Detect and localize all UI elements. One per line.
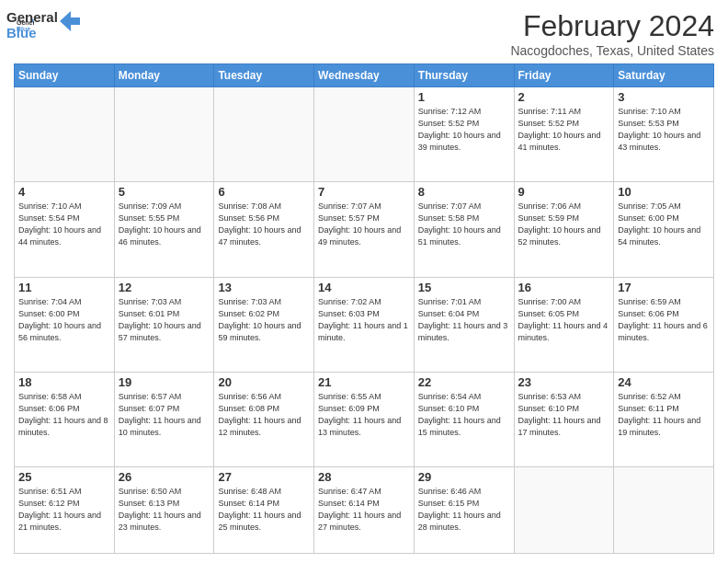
- table-row: 1Sunrise: 7:12 AM Sunset: 5:52 PM Daylig…: [414, 87, 514, 182]
- col-wednesday: Wednesday: [314, 64, 415, 87]
- col-monday: Monday: [114, 64, 214, 87]
- day-number: 1: [418, 90, 510, 104]
- table-row: 23Sunrise: 6:53 AM Sunset: 6:10 PM Dayli…: [514, 372, 614, 466]
- day-info: Sunrise: 6:51 AM Sunset: 6:12 PM Dayligh…: [18, 486, 110, 534]
- day-info: Sunrise: 7:10 AM Sunset: 5:54 PM Dayligh…: [18, 201, 110, 248]
- calendar-week-row: 25Sunrise: 6:51 AM Sunset: 6:12 PM Dayli…: [15, 467, 714, 554]
- table-row: 12Sunrise: 7:03 AM Sunset: 6:01 PM Dayli…: [114, 277, 214, 372]
- day-info: Sunrise: 7:04 AM Sunset: 6:00 PM Dayligh…: [18, 296, 110, 344]
- logo-text-general: General: [6, 9, 58, 25]
- col-saturday: Saturday: [614, 64, 714, 87]
- day-info: Sunrise: 6:50 AM Sunset: 6:13 PM Dayligh…: [119, 486, 210, 534]
- calendar-week-row: 18Sunrise: 6:58 AM Sunset: 6:06 PM Dayli…: [15, 372, 714, 466]
- table-row: [15, 87, 115, 182]
- table-row: 10Sunrise: 7:05 AM Sunset: 6:00 PM Dayli…: [614, 182, 714, 277]
- col-sunday: Sunday: [15, 64, 115, 87]
- table-row: 11Sunrise: 7:04 AM Sunset: 6:00 PM Dayli…: [15, 277, 115, 372]
- calendar-header-row: Sunday Monday Tuesday Wednesday Thursday…: [15, 64, 714, 87]
- day-info: Sunrise: 7:03 AM Sunset: 6:01 PM Dayligh…: [119, 296, 210, 344]
- day-number: 29: [418, 470, 510, 484]
- title-block: February 2024 Nacogdoches, Texas, United…: [510, 9, 714, 58]
- day-info: Sunrise: 7:02 AM Sunset: 6:03 PM Dayligh…: [318, 296, 410, 344]
- day-info: Sunrise: 7:05 AM Sunset: 6:00 PM Dayligh…: [618, 201, 710, 248]
- day-number: 25: [18, 470, 110, 484]
- day-number: 20: [218, 375, 310, 389]
- day-number: 10: [618, 185, 710, 199]
- table-row: 19Sunrise: 6:57 AM Sunset: 6:07 PM Dayli…: [114, 372, 214, 466]
- table-row: [214, 87, 314, 182]
- calendar-week-row: 4Sunrise: 7:10 AM Sunset: 5:54 PM Daylig…: [15, 182, 714, 277]
- day-number: 17: [618, 281, 710, 294]
- day-number: 9: [518, 185, 610, 199]
- day-info: Sunrise: 7:11 AM Sunset: 5:52 PM Dayligh…: [518, 106, 610, 154]
- day-info: Sunrise: 7:00 AM Sunset: 6:05 PM Dayligh…: [518, 296, 610, 344]
- table-row: [114, 87, 214, 182]
- day-info: Sunrise: 6:52 AM Sunset: 6:11 PM Dayligh…: [618, 391, 710, 439]
- day-number: 26: [119, 470, 210, 484]
- table-row: 8Sunrise: 7:07 AM Sunset: 5:58 PM Daylig…: [414, 182, 514, 277]
- day-info: Sunrise: 7:07 AM Sunset: 5:57 PM Dayligh…: [318, 201, 410, 248]
- day-number: 28: [318, 470, 410, 484]
- table-row: [614, 467, 714, 554]
- header: General Blue General Blue February 2024 …: [14, 9, 714, 58]
- day-number: 21: [318, 375, 410, 389]
- calendar-table: Sunday Monday Tuesday Wednesday Thursday…: [14, 63, 714, 554]
- day-number: 19: [119, 375, 210, 389]
- table-row: 28Sunrise: 6:47 AM Sunset: 6:14 PM Dayli…: [314, 467, 415, 554]
- table-row: [514, 467, 614, 554]
- logo: General Blue General Blue: [14, 9, 80, 40]
- day-number: 23: [518, 375, 610, 389]
- day-info: Sunrise: 6:54 AM Sunset: 6:10 PM Dayligh…: [418, 391, 510, 439]
- table-row: [314, 87, 415, 182]
- day-info: Sunrise: 7:08 AM Sunset: 5:56 PM Dayligh…: [218, 201, 310, 248]
- svg-marker-3: [60, 11, 80, 31]
- table-row: 29Sunrise: 6:46 AM Sunset: 6:15 PM Dayli…: [414, 467, 514, 554]
- day-number: 11: [18, 281, 110, 294]
- day-number: 7: [318, 185, 410, 199]
- table-row: 9Sunrise: 7:06 AM Sunset: 5:59 PM Daylig…: [514, 182, 614, 277]
- col-tuesday: Tuesday: [214, 64, 314, 87]
- table-row: 20Sunrise: 6:56 AM Sunset: 6:08 PM Dayli…: [214, 372, 314, 466]
- day-number: 22: [418, 375, 510, 389]
- day-number: 6: [218, 185, 310, 199]
- calendar-week-row: 11Sunrise: 7:04 AM Sunset: 6:00 PM Dayli…: [15, 277, 714, 372]
- table-row: 5Sunrise: 7:09 AM Sunset: 5:55 PM Daylig…: [114, 182, 214, 277]
- day-number: 13: [218, 281, 310, 294]
- day-number: 5: [119, 185, 210, 199]
- day-number: 2: [518, 90, 610, 104]
- table-row: 26Sunrise: 6:50 AM Sunset: 6:13 PM Dayli…: [114, 467, 214, 554]
- day-info: Sunrise: 7:09 AM Sunset: 5:55 PM Dayligh…: [119, 201, 210, 248]
- day-number: 8: [418, 185, 510, 199]
- table-row: 15Sunrise: 7:01 AM Sunset: 6:04 PM Dayli…: [414, 277, 514, 372]
- day-info: Sunrise: 6:53 AM Sunset: 6:10 PM Dayligh…: [518, 391, 610, 439]
- day-number: 12: [119, 281, 210, 294]
- day-number: 16: [518, 281, 610, 294]
- day-number: 27: [218, 470, 310, 484]
- day-info: Sunrise: 6:59 AM Sunset: 6:06 PM Dayligh…: [618, 296, 710, 344]
- day-info: Sunrise: 6:57 AM Sunset: 6:07 PM Dayligh…: [119, 391, 210, 439]
- table-row: 7Sunrise: 7:07 AM Sunset: 5:57 PM Daylig…: [314, 182, 415, 277]
- day-number: 15: [418, 281, 510, 294]
- table-row: 22Sunrise: 6:54 AM Sunset: 6:10 PM Dayli…: [414, 372, 514, 466]
- table-row: 13Sunrise: 7:03 AM Sunset: 6:02 PM Dayli…: [214, 277, 314, 372]
- day-number: 4: [18, 185, 110, 199]
- day-info: Sunrise: 7:12 AM Sunset: 5:52 PM Dayligh…: [418, 106, 510, 154]
- day-info: Sunrise: 7:03 AM Sunset: 6:02 PM Dayligh…: [218, 296, 310, 344]
- table-row: 6Sunrise: 7:08 AM Sunset: 5:56 PM Daylig…: [214, 182, 314, 277]
- day-info: Sunrise: 6:46 AM Sunset: 6:15 PM Dayligh…: [418, 486, 510, 534]
- table-row: 27Sunrise: 6:48 AM Sunset: 6:14 PM Dayli…: [214, 467, 314, 554]
- logo-text-blue: Blue: [6, 25, 58, 40]
- table-row: 14Sunrise: 7:02 AM Sunset: 6:03 PM Dayli…: [314, 277, 415, 372]
- day-info: Sunrise: 6:56 AM Sunset: 6:08 PM Dayligh…: [218, 391, 310, 439]
- day-number: 18: [18, 375, 110, 389]
- day-info: Sunrise: 7:10 AM Sunset: 5:53 PM Dayligh…: [618, 106, 710, 154]
- day-number: 14: [318, 281, 410, 294]
- table-row: 16Sunrise: 7:00 AM Sunset: 6:05 PM Dayli…: [514, 277, 614, 372]
- day-info: Sunrise: 6:55 AM Sunset: 6:09 PM Dayligh…: [318, 391, 410, 439]
- day-info: Sunrise: 7:01 AM Sunset: 6:04 PM Dayligh…: [418, 296, 510, 344]
- table-row: 25Sunrise: 6:51 AM Sunset: 6:12 PM Dayli…: [15, 467, 115, 554]
- col-friday: Friday: [514, 64, 614, 87]
- month-title: February 2024: [510, 9, 714, 43]
- day-number: 3: [618, 90, 710, 104]
- table-row: 17Sunrise: 6:59 AM Sunset: 6:06 PM Dayli…: [614, 277, 714, 372]
